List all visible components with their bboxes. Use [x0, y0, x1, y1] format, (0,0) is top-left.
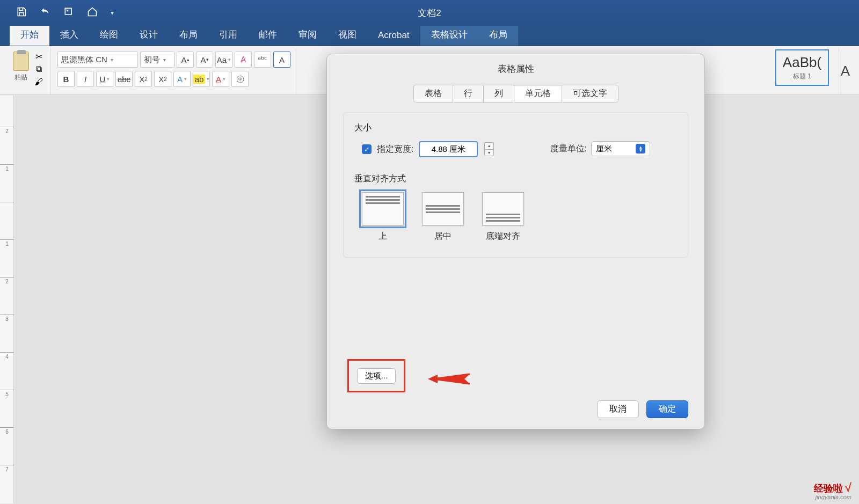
document-title: 文档2	[418, 7, 441, 19]
tab-acrobat[interactable]: Acrobat	[367, 26, 420, 46]
style-name-label: 标题 1	[793, 72, 811, 81]
ribbon-tabs: 开始 插入 绘图 设计 布局 引用 邮件 审阅 视图 Acrobat 表格设计 …	[0, 26, 859, 46]
cancel-button[interactable]: 取消	[597, 400, 639, 418]
tab-review[interactable]: 审阅	[288, 24, 327, 46]
phonetic-button[interactable]: ᵃᵇᶜ	[254, 52, 271, 68]
styles-pane-button[interactable]: A	[839, 48, 851, 94]
select-arrows-icon: ▴▾	[636, 144, 645, 154]
style-heading1[interactable]: AaBb( 标题 1	[775, 49, 829, 86]
vertical-ruler: 2 1 1 2 3 4 5 6 7	[0, 96, 14, 503]
quick-access-toolbar: ▾	[16, 6, 114, 19]
watermark-check-icon: √	[845, 481, 851, 494]
width-stepper[interactable]: ▴▾	[484, 142, 494, 156]
text-effects-button[interactable]: A	[173, 71, 191, 87]
qat-more-icon[interactable]: ▾	[111, 9, 114, 17]
tab-draw[interactable]: 绘图	[89, 24, 129, 46]
tab-table-layout[interactable]: 布局	[478, 24, 518, 46]
italic-button[interactable]: I	[77, 71, 94, 87]
underline-button[interactable]: U	[96, 71, 113, 87]
annotation-arrow-icon	[428, 372, 471, 388]
dialog-tab-table[interactable]: 表格	[413, 85, 453, 103]
group-styles: AaBb( 标题 1	[772, 48, 834, 94]
tab-references[interactable]: 引用	[208, 24, 248, 46]
tab-layout[interactable]: 布局	[169, 24, 208, 46]
dialog-buttons: 取消 确定	[597, 400, 688, 418]
watermark: 经验啦√ jingyanla.com	[814, 484, 851, 501]
dialog-tab-cell[interactable]: 单元格	[514, 85, 562, 103]
group-font: 思源黑体 CN▾ 初号▾ A▴ A▾ Aa A̷ ᵃᵇᶜ A B I U abc…	[55, 48, 296, 94]
tab-mail[interactable]: 邮件	[248, 24, 288, 46]
dialog-tab-column[interactable]: 列	[483, 85, 514, 103]
subscript-button[interactable]: X2	[135, 71, 152, 87]
font-name-combo[interactable]: 思源黑体 CN▾	[57, 52, 138, 68]
grow-font-button[interactable]: A▴	[177, 52, 194, 68]
cut-icon[interactable]: ✂	[33, 52, 44, 61]
character-border-button[interactable]: A	[273, 52, 290, 68]
valign-bottom-option[interactable]	[482, 192, 524, 225]
paste-button[interactable]: 粘贴	[10, 49, 32, 83]
clear-format-button[interactable]: A̷	[235, 52, 252, 68]
home-icon[interactable]	[87, 6, 98, 19]
specify-width-checkbox[interactable]: ✓	[362, 144, 372, 154]
unit-value: 厘米	[596, 144, 612, 154]
copy-icon[interactable]: ⧉	[33, 64, 44, 74]
dialog-tab-alttext[interactable]: 可选文字	[562, 85, 618, 103]
unit-label: 度量单位:	[550, 143, 587, 155]
dialog-tab-bar: 表格 行 列 单元格 可选文字	[343, 85, 688, 103]
valign-bottom-label: 底端对齐	[486, 231, 520, 242]
width-input[interactable]: 4.88 厘米	[419, 141, 478, 157]
annotation-highlight: 选项...	[347, 359, 405, 392]
format-painter-icon[interactable]: 🖌	[33, 77, 44, 87]
save-icon[interactable]	[16, 6, 27, 19]
watermark-url: jingyanla.com	[816, 494, 851, 500]
tab-design[interactable]: 设计	[129, 24, 169, 46]
change-case-button[interactable]: Aa	[215, 52, 232, 68]
size-heading: 大小	[354, 122, 677, 134]
title-bar: ▾ 文档2	[0, 0, 859, 26]
valign-top-label: 上	[378, 231, 387, 242]
highlight-button[interactable]: ab	[193, 71, 210, 87]
strike-button[interactable]: abc	[115, 71, 133, 87]
valign-heading: 垂直对齐方式	[354, 173, 677, 185]
repeat-icon[interactable]	[63, 6, 74, 19]
stepper-down-icon[interactable]: ▾	[484, 149, 494, 156]
unit-select[interactable]: 厘米 ▴▾	[591, 141, 650, 156]
bold-button[interactable]: B	[57, 71, 75, 87]
undo-icon[interactable]	[40, 6, 50, 19]
font-name-value: 思源黑体 CN	[61, 55, 107, 65]
font-size-value: 初号	[144, 55, 160, 65]
font-color-button[interactable]: A	[212, 71, 229, 87]
valign-center-label: 居中	[434, 231, 452, 242]
clipboard-icon	[13, 52, 29, 71]
valign-top-option[interactable]	[362, 192, 404, 225]
svg-marker-2	[428, 375, 438, 383]
enclose-char-button[interactable]: ㊥	[231, 71, 249, 87]
group-clipboard: 粘贴 ✂ ⧉ 🖌	[8, 48, 51, 94]
paste-label: 粘贴	[14, 73, 27, 82]
font-size-combo[interactable]: 初号▾	[140, 52, 174, 68]
specify-width-label: 指定宽度:	[377, 144, 413, 155]
shrink-font-button[interactable]: A▾	[196, 52, 213, 68]
superscript-button[interactable]: X2	[154, 71, 171, 87]
stepper-up-icon[interactable]: ▴	[484, 142, 494, 149]
dialog-tab-row[interactable]: 行	[453, 85, 483, 103]
style-preview: AaBb(	[783, 54, 821, 71]
options-button[interactable]: 选项...	[357, 368, 396, 384]
width-value-text: 4.88 厘米	[432, 144, 465, 155]
tab-table-design[interactable]: 表格设计	[420, 24, 478, 46]
tab-view[interactable]: 视图	[327, 24, 367, 46]
valign-center-option[interactable]	[422, 192, 464, 225]
ok-button[interactable]: 确定	[646, 400, 688, 418]
dialog-panel: 大小 ✓ 指定宽度: 4.88 厘米 ▴▾ 度量单位: 厘米 ▴▾ 垂直对齐方式…	[343, 112, 688, 258]
table-properties-dialog: 表格属性 表格 行 列 单元格 可选文字 大小 ✓ 指定宽度: 4.88 厘米 …	[326, 54, 705, 429]
dialog-title: 表格属性	[327, 54, 704, 85]
watermark-text: 经验啦	[814, 483, 843, 494]
tab-insert[interactable]: 插入	[49, 24, 89, 46]
tab-home[interactable]: 开始	[10, 24, 49, 46]
